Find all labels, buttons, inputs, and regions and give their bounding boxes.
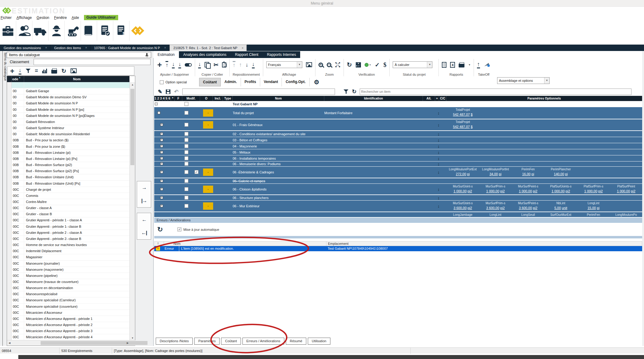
param-value[interactable]: 3 600,00 pi2 (479, 206, 512, 210)
catalog-row[interactable]: 00CMécanicien d'Ascenseur Apprenti - pér… (7, 322, 129, 328)
menu-item-fichier[interactable]: Fichier (1, 16, 12, 20)
catalog-row[interactable]: 00CManoeuvre en décontamination (7, 285, 129, 291)
param-value[interactable]: 1 000,00 pi2 (610, 189, 642, 193)
document-check-icon[interactable] (97, 21, 113, 41)
catalog-row[interactable] (7, 82, 129, 88)
scrollbar-thumb[interactable] (41, 341, 147, 345)
paste-icon[interactable] (222, 62, 226, 67)
expand-icon[interactable]: + (160, 162, 163, 165)
estimation-row[interactable]: +-01 - Frais Généraux↕TotalProjet542 487… (154, 119, 642, 131)
doc-tab[interactable]: Gestion des soumissions× (0, 45, 50, 51)
param-value[interactable]: 1 000,00 pi2 (577, 189, 610, 193)
grid-refresh-icon[interactable]: ↻ (352, 89, 357, 95)
row-checkbox[interactable] (184, 170, 188, 174)
bottom-tab-erreurs-am-liorations[interactable]: Erreurs / Améliorations (242, 338, 284, 345)
insert-above-icon[interactable]: ↑ (166, 61, 168, 68)
row-updown-arrow-icon[interactable]: ↕ (438, 170, 440, 175)
row-selector[interactable] (7, 273, 12, 279)
catalog-row[interactable]: 00CManoeuvre (maçonnerie) (7, 267, 129, 273)
param-value[interactable]: 1 000,00 pi2 (446, 189, 479, 193)
delete-row-icon[interactable]: ↓ (178, 61, 181, 68)
catalog-row[interactable]: 00Gabarit Rénovation (7, 119, 129, 125)
close-icon[interactable]: × (85, 46, 87, 49)
expand-icon[interactable]: + (160, 196, 163, 199)
modif-checkbox-checked[interactable]: ✓ (195, 170, 198, 174)
yellow-flag-cell[interactable]: - (203, 186, 213, 193)
row-updown-arrow-icon[interactable]: ↕ (438, 144, 440, 148)
catalog-row[interactable]: 00CMécanicien d'Ascenseur Apprenti - pér… (7, 328, 129, 334)
param-value[interactable]: 3 600,00 pi2 (446, 206, 479, 210)
row-selector[interactable] (7, 174, 12, 180)
row-selector[interactable] (7, 107, 12, 113)
row-selector[interactable] (7, 199, 12, 205)
tab-rapport-client[interactable]: Rapport Client (231, 51, 263, 58)
catalog-row[interactable]: 00BBud - Rénovation Linéaire (pi) (7, 150, 129, 156)
scrollbar-thumb[interactable] (130, 89, 134, 165)
catalog-row[interactable]: 00CManoeuvre spécialisé (Carreleur) (7, 297, 129, 303)
row-checkbox[interactable] (184, 204, 188, 208)
row-checkbox[interactable] (184, 187, 188, 191)
print-icon[interactable] (51, 70, 57, 74)
errors-refresh-icon[interactable]: ↻ (157, 226, 163, 233)
menu-item-aide[interactable]: Aide (72, 16, 79, 20)
catalog-row[interactable]: 00CGrutier Apprenti - période 2- classe … (7, 236, 129, 242)
gear-icon[interactable]: ⚙ (314, 79, 319, 85)
estimation-row[interactable]: +06 - Structure planchers↕ (154, 195, 642, 201)
row-checkbox[interactable] (184, 132, 188, 136)
row-selector[interactable] (7, 131, 12, 137)
catalog-row[interactable]: 00CContre-Maître (7, 199, 129, 205)
move-top-icon[interactable]: ↑ (233, 61, 235, 68)
document-dollar-icon[interactable]: $ (113, 21, 129, 41)
catalog-row[interactable]: 00Gabarit Garage (7, 88, 129, 94)
row-selector[interactable] (7, 150, 12, 156)
grid-col-2[interactable]: 2 (157, 96, 160, 101)
doc-tab[interactable]: Gestion des items× (50, 45, 90, 51)
excavator-icon[interactable] (65, 21, 81, 41)
param-value[interactable]: 272,00 pi (446, 172, 479, 176)
mode-button-vendant[interactable]: Vendant (260, 78, 282, 86)
menu-item-gestion[interactable]: Gestion (37, 16, 49, 20)
row-updown-arrow-icon[interactable]: ↕ (438, 111, 440, 115)
grid-col-plus[interactable]: + (435, 96, 439, 101)
language-select[interactable]: Français▼ (266, 61, 302, 68)
estimation-row[interactable]: +✓-06 -Ébénisterie & Cadrages↕LongMoulur… (154, 167, 642, 178)
catalog-row[interactable]: 00CManoeuvre spécialisé (couverture) (7, 304, 129, 310)
row-checkbox[interactable] (184, 144, 188, 148)
option-special-checkbox[interactable] (160, 80, 164, 84)
grid-col-nom[interactable]: Nom (233, 96, 324, 101)
grid-col-F[interactable]: F (175, 96, 182, 101)
grid-col-params[interactable]: Paramètres Optionnels (446, 96, 642, 101)
collapse-icon[interactable]: - (155, 103, 158, 105)
row-selector[interactable] (7, 181, 12, 187)
print-report-icon[interactable] (459, 63, 464, 67)
catalog-row[interactable]: 00BBud - Rénovation Linéaire (pi) [Ps] (7, 156, 129, 162)
row-updown-arrow-icon[interactable]: ↕ (438, 195, 440, 200)
image-icon[interactable] (71, 68, 77, 73)
catalog-row[interactable]: 00CMécanicien d'Ascenseur Apprenti - pér… (7, 334, 129, 340)
grid-col-*[interactable]: * (171, 96, 175, 101)
row-selector[interactable] (7, 193, 12, 199)
param-value[interactable]: 542 487,07 $ (446, 113, 479, 116)
expand-icon[interactable]: + (160, 157, 163, 160)
error-row[interactable]: !!ErreurL'item [108565] est en modificat… (154, 246, 642, 251)
save-icon[interactable] (166, 89, 170, 94)
row-selector[interactable] (7, 297, 12, 303)
row-updown-arrow-icon[interactable]: ↕ (438, 204, 440, 209)
catalog-row[interactable]: 00CMécanicien d'Ascenseur Apprenti - pér… (7, 316, 129, 322)
row-selector[interactable] (7, 291, 12, 297)
estimation-row[interactable]: --Total du projetMontant Forfaitaire↕Tot… (154, 107, 642, 119)
validate-check-icon[interactable]: ✓ (375, 62, 380, 68)
chevron-down-icon[interactable]: ▼ (369, 64, 371, 66)
transfer-button[interactable]: |→ (141, 198, 147, 204)
expand-icon[interactable]: + (160, 151, 163, 154)
col-nom[interactable]: Nom (173, 242, 180, 245)
insert-below-icon[interactable]: ↓ (172, 61, 175, 68)
bottom-tab-utilisation[interactable]: Utilisation (308, 338, 330, 345)
row-selector[interactable] (7, 205, 12, 211)
chart-icon[interactable] (42, 69, 47, 73)
undo-icon[interactable]: ↶ (174, 89, 178, 95)
toolbox-icon[interactable] (0, 21, 16, 41)
row-checkbox[interactable] (184, 196, 188, 200)
yellow-flag-cell[interactable]: - (203, 109, 213, 117)
grid-col-5[interactable]: 5 (165, 96, 168, 101)
